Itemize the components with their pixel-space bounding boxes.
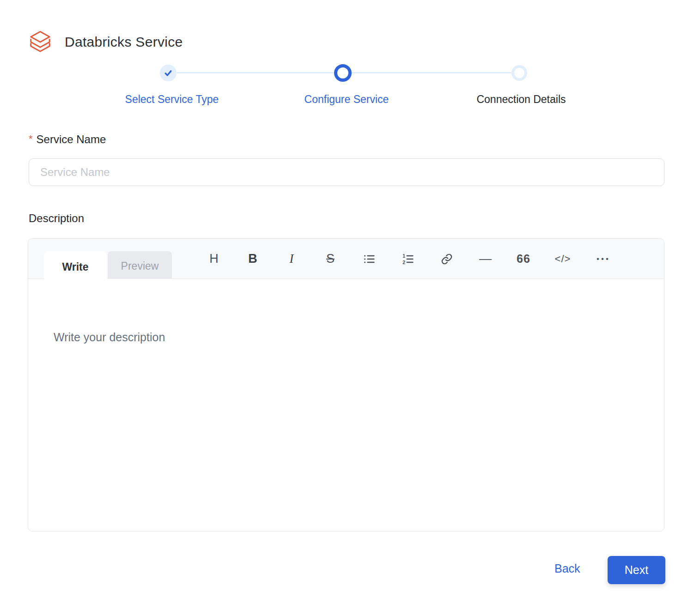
description-label: Description [29,212,84,225]
bulleted-list-icon [363,253,376,266]
next-button[interactable]: Next [608,556,665,584]
heading-icon: H [209,252,219,266]
bulleted-list-button[interactable] [356,239,382,279]
step-label-select-service-type[interactable]: Select Service Type [125,93,219,106]
databricks-service-wizard: Databricks Service Select Service Type C… [0,0,694,616]
editor-toolbar: Write Preview H B I S [28,239,664,279]
italic-button[interactable]: I [279,239,304,279]
stepper-connector-2 [352,72,511,73]
strikethrough-button[interactable]: S [317,239,343,279]
horizontal-rule-icon: — [479,252,491,266]
bold-icon: B [248,252,257,266]
service-name-label-text: Service Name [37,133,106,145]
back-button[interactable]: Back [554,562,580,575]
description-editor: Write Preview H B I S [28,238,664,531]
stepper-connector-1 [177,72,334,73]
service-name-label: *Service Name [29,133,106,146]
page-title: Databricks Service [65,34,183,50]
description-placeholder: Write your description [54,331,165,344]
numbered-list-icon: 1 2 [402,253,414,266]
numbered-list-button[interactable]: 1 2 [395,239,421,279]
description-textarea[interactable]: Write your description [28,279,664,531]
required-asterisk: * [29,133,33,145]
italic-icon: I [290,252,294,266]
horizontal-rule-button[interactable]: — [472,239,498,279]
step-label-configure-service[interactable]: Configure Service [304,93,389,106]
code-button[interactable]: </> [550,239,576,279]
tab-write[interactable]: Write [44,251,107,283]
svg-text:2: 2 [402,259,405,265]
link-icon [441,253,453,265]
bold-button[interactable]: B [240,239,266,279]
heading-button[interactable]: H [201,239,227,279]
svg-text:1: 1 [402,253,405,258]
quote-button[interactable]: 66 [511,239,536,279]
step-completed-circle[interactable] [160,65,177,81]
step-upcoming-circle[interactable] [511,65,527,81]
more-options-button[interactable]: ••• [590,239,615,279]
link-button[interactable] [434,239,460,279]
quote-icon: 66 [517,252,530,266]
strikethrough-icon: S [326,252,335,266]
databricks-logo-icon [28,29,53,55]
more-options-icon: ••• [595,254,610,264]
step-label-connection-details[interactable]: Connection Details [476,93,566,106]
service-name-input[interactable] [29,158,664,186]
tab-preview[interactable]: Preview [108,251,172,281]
step-active-circle[interactable] [334,64,352,82]
code-icon: </> [555,253,571,265]
check-icon [164,68,173,78]
